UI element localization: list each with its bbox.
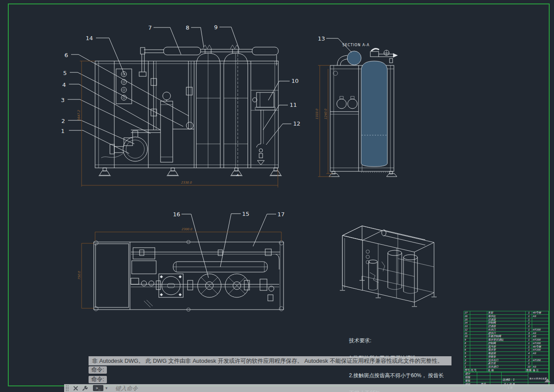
callout-3: 3 [61, 97, 65, 103]
bom-cell: 8 [464, 342, 470, 345]
bom-cell [470, 365, 488, 368]
side-outer-dim: 1333.0 [315, 109, 319, 119]
close-icon[interactable] [73, 386, 78, 391]
design-label: 设计 [465, 372, 470, 375]
callout-13: 13 [318, 35, 325, 42]
bom-cell: 1 [526, 325, 533, 328]
bom-cell: 14 [464, 321, 470, 324]
bom-cell [470, 345, 488, 348]
top-depth-dim: 750.0 [78, 271, 81, 280]
top-width-dim: 2300.0 [181, 228, 192, 231]
bom-row: 7蒸汽管145号钢 [464, 345, 548, 349]
command-history-line: 命令: [89, 376, 107, 383]
bom-cell [470, 355, 488, 358]
bom-cell: 1 [526, 315, 533, 318]
bom-cell: 1 [526, 342, 533, 345]
bom-cell: 1 [526, 348, 533, 351]
bom-cell [470, 328, 488, 331]
command-history-line: 命令: [89, 366, 107, 374]
bom-cell: 控制阀 [487, 321, 525, 324]
bom-cell: 1 [526, 311, 533, 314]
bom-cell: 15 [464, 318, 470, 321]
scrollbar-arrow[interactable] [544, 378, 551, 382]
command-prompt-icon[interactable]: >_ [93, 385, 103, 391]
bom-cell: 4 [464, 355, 470, 358]
check-label: 校核 [465, 376, 470, 379]
callout-11: 11 [290, 102, 297, 108]
front-width-dim: 2330.0 [181, 181, 192, 184]
bom-cell [470, 325, 488, 328]
callout-6: 6 [65, 52, 68, 58]
bom-cell: 16 [464, 315, 470, 318]
bom-cell: 控制阀 [487, 342, 525, 345]
command-input[interactable] [114, 385, 247, 392]
bom-row: 10水量控制阀3A3 [464, 335, 548, 338]
bom-cell: 5 [464, 352, 470, 355]
front-height-dim: 1647.2 [77, 110, 81, 121]
title-block-line [464, 382, 549, 382]
bom-cell [532, 362, 548, 365]
bom-row: 6海水管1HT200 [464, 348, 548, 352]
bom-row: 5海波袋4A3 [464, 352, 548, 355]
command-bar[interactable]: >_ ▼ [64, 384, 554, 392]
bom-cell [470, 335, 488, 338]
title-block-line [464, 379, 528, 379]
bom-table: 17支架145号钢16海水缸1A315过滤器114控制阀113过滤器112出水口… [464, 311, 549, 372]
bom-cell: 水量控制阀 [487, 335, 525, 338]
bom-cell: 1 [526, 318, 533, 321]
callout-4: 4 [62, 82, 66, 88]
bom-cell: HT200 [532, 342, 548, 345]
callout-14: 14 [85, 35, 93, 41]
tech-req-title: 技术要求: [349, 338, 444, 344]
bom-cell: 3 [526, 335, 533, 338]
bom-cell: HT200 [532, 328, 548, 331]
bom-table-body: 17支架145号钢16海水缸1A315过滤器114控制阀113过滤器112出水口… [464, 311, 548, 369]
bom-cell: A3 [532, 352, 548, 355]
callout-9: 9 [214, 24, 218, 31]
bom-cell [470, 359, 488, 362]
bom-row: 3淡水出口2HT150 [464, 359, 548, 362]
callout-10: 10 [291, 78, 299, 84]
callout-15: 15 [242, 211, 250, 217]
bom-row: 15过滤器1 [464, 318, 548, 322]
callout-16: 16 [173, 211, 180, 218]
bom-cell: 出水口 [487, 328, 525, 331]
bom-cell: 海水管过滤缸 [487, 338, 525, 341]
bom-cell: 2 [526, 359, 533, 362]
bom-cell: 淡水进口 [487, 365, 525, 368]
bom-cell: A3 [532, 332, 548, 335]
bom-row: 8控制阀1HT200 [464, 342, 548, 345]
bom-row: 13过滤器1 [464, 325, 548, 328]
audit-label: 审核 [465, 379, 470, 382]
callout-1: 1 [61, 128, 65, 134]
bom-cell: 13 [464, 325, 470, 328]
side-inner-dim: 1240.0 [324, 109, 328, 119]
bom-cell: A3 [532, 365, 548, 368]
bom-cell: HT200 [532, 338, 548, 341]
bom-cell: 1 [526, 362, 533, 365]
bom-cell: 4 [526, 352, 533, 355]
bom-cell: HT200 [532, 348, 548, 351]
bom-cell: 过滤器 [487, 325, 525, 328]
bom-cell: 17 [464, 311, 470, 314]
section-label: SECTION A-A [342, 43, 369, 47]
bom-cell: 真空表 [487, 362, 525, 365]
chevron-down-icon[interactable]: ▼ [105, 386, 108, 390]
bom-row: 1淡水进口10A3 [464, 365, 548, 369]
bom-cell: 1 [526, 355, 533, 358]
bom-row: 2真空表1 [464, 362, 548, 365]
bom-cell [470, 352, 488, 355]
bom-cell [532, 325, 548, 328]
dwg-warning-message: 非 Autodesk DWG。 此 DWG 文件由非 Autodesk 开发或许… [89, 356, 451, 365]
bom-cell [532, 355, 548, 358]
bom-cell [470, 348, 488, 351]
bom-cell [532, 321, 548, 324]
bom-cell: 蒸汽管 [487, 345, 525, 348]
command-bar-grip[interactable] [66, 385, 69, 391]
callout-12: 12 [293, 120, 301, 127]
bom-cell [470, 338, 488, 341]
bom-cell: 海水管 [487, 348, 525, 351]
wrench-icon[interactable] [82, 385, 88, 391]
title-block-line [464, 375, 528, 376]
callout-8: 8 [186, 24, 189, 31]
